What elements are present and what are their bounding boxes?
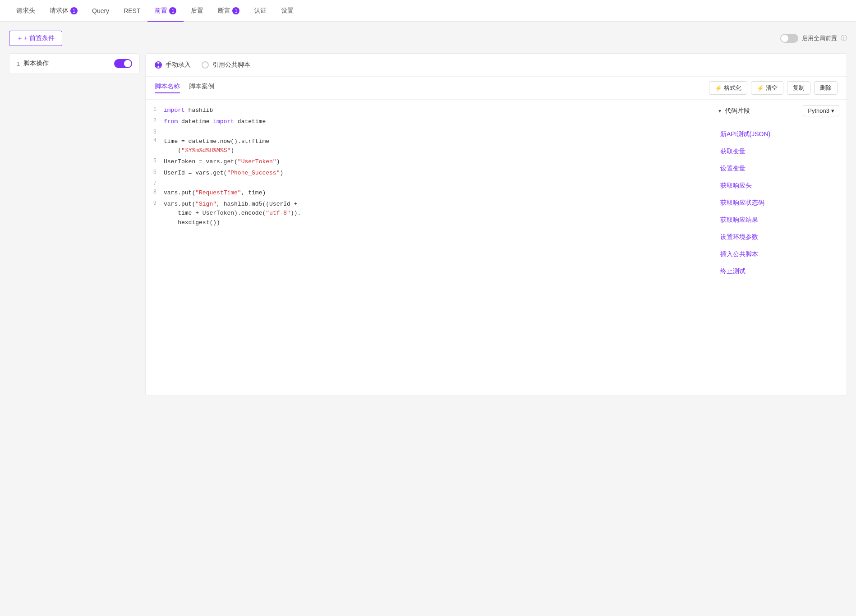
assertion-badge: 1 [232,7,239,14]
right-panel: 手动录入 引用公共脚本 脚本名称 脚本案例 ⚡ 格式化 [145,53,847,396]
script-tabs: 脚本名称 脚本案例 [155,83,704,93]
nav-item-assertion[interactable]: 断言 1 [211,0,247,22]
chevron-down-icon-lang: ▾ [831,107,834,114]
code-line-7: 7 [146,179,711,188]
code-line-9: 9 vars.put("Sign", hashlib.md5((UserId +… [146,199,711,229]
sidebar-toggle[interactable] [114,59,132,68]
radio-manual-circle [155,61,162,69]
tab-script-name[interactable]: 脚本名称 [155,83,180,93]
snippet-item-insert-script[interactable]: 插入公共脚本 [711,246,847,263]
chevron-down-icon[interactable]: ▾ [718,108,721,114]
plus-icon: ＋ [17,34,23,42]
code-line-4: 4 time = datetime.now().strftime ("%Y%m%… [146,136,711,157]
magic-icon-clear: ⚡ [757,85,764,92]
snippet-item-get-resp-result[interactable]: 获取响应结果 [711,211,847,229]
global-toggle-area: 启用全局前置 ⓘ [780,34,847,43]
top-nav: 请求头 请求体 1 Query REST 前置 1 后置 断言 1 认证 设置 [0,0,856,22]
radio-row: 手动录入 引用公共脚本 [146,54,847,77]
radio-manual-label: 手动录入 [166,61,191,69]
nav-item-auth[interactable]: 认证 [247,0,274,22]
snippet-header: ▾ 代码片段 Python3 ▾ [711,100,847,122]
language-select[interactable]: Python3 ▾ [803,105,839,116]
code-line-1: 1 import hashlib [146,105,711,116]
snippet-item-get-resp-header[interactable]: 获取响应头 [711,177,847,194]
nav-item-query[interactable]: Query [85,0,116,22]
delete-button[interactable]: 删除 [814,81,838,95]
snippet-item-get-resp-status[interactable]: 获取响应状态码 [711,194,847,211]
nav-item-request-header[interactable]: 请求头 [9,0,42,22]
clear-label: 清空 [766,84,778,92]
request-body-badge: 1 [70,7,78,14]
sidebar-item-number: 1 [17,60,20,67]
nav-item-request-body[interactable]: 请求体 1 [42,0,85,22]
sidebar: 1 脚本操作 [9,53,140,74]
tab-script-example[interactable]: 脚本案例 [189,83,214,93]
snippet-item-get-var[interactable]: 获取变量 [711,143,847,160]
nav-item-rest[interactable]: REST [116,0,147,22]
format-button[interactable]: ⚡ 格式化 [709,81,747,95]
magic-icon-format: ⚡ [715,85,722,92]
nav-item-post-condition[interactable]: 后置 [184,0,211,22]
nav-item-pre-condition[interactable]: 前置 1 [147,0,184,22]
script-toolbar: 脚本名称 脚本案例 ⚡ 格式化 ⚡ 清空 复制 [146,77,847,100]
add-condition-label: + 前置条件 [24,34,55,42]
clear-button[interactable]: ⚡ 清空 [751,81,783,95]
format-label: 格式化 [724,84,741,92]
radio-reference-circle [202,61,209,69]
radio-reference[interactable]: 引用公共脚本 [202,61,250,69]
main-content: ＋ + 前置条件 启用全局前置 ⓘ 1 脚本操作 [0,22,856,405]
snippet-item-set-var[interactable]: 设置变量 [711,160,847,177]
script-toolbar-buttons: ⚡ 格式化 ⚡ 清空 复制 删除 [709,81,838,95]
sidebar-script-item[interactable]: 1 脚本操作 [9,53,140,74]
snippet-list: 新API测试(JSON) 获取变量 设置变量 获取响应头 获取响应状态码 获取响… [711,122,847,284]
copy-label: 复制 [793,84,805,92]
body-layout: 1 脚本操作 手动录入 引用公共脚本 [9,53,847,396]
add-condition-button[interactable]: ＋ + 前置条件 [9,31,62,46]
nav-item-settings[interactable]: 设置 [274,0,301,22]
language-label: Python3 [808,107,829,114]
help-icon[interactable]: ⓘ [841,34,847,42]
global-toggle-label: 启用全局前置 [802,34,837,42]
snippet-title: 代码片段 [725,107,750,115]
snippet-item-terminate[interactable]: 终止测试 [711,263,847,280]
pre-condition-badge: 1 [169,7,176,14]
delete-label: 删除 [820,84,832,92]
code-area[interactable]: 1 import hashlib 2 from datetime import … [146,100,711,370]
code-line-3: 3 [146,128,711,136]
sidebar-item-left: 1 脚本操作 [17,60,49,68]
radio-manual[interactable]: 手动录入 [155,61,191,69]
snippet-panel: ▾ 代码片段 Python3 ▾ 新API测试(JSON) 获取变量 设置变量 … [711,100,847,370]
global-toggle[interactable] [780,34,798,43]
snippet-item-new-api[interactable]: 新API测试(JSON) [711,126,847,143]
copy-button[interactable]: 复制 [787,81,810,95]
code-line-8: 8 vars.put("RequestTime", time) [146,188,711,199]
radio-reference-label: 引用公共脚本 [212,61,250,69]
sidebar-item-label: 脚本操作 [23,60,49,68]
editor-container: 1 import hashlib 2 from datetime import … [146,100,847,370]
code-line-5: 5 UserToken = vars.get("UserToken") [146,156,711,168]
toolbar-row: ＋ + 前置条件 启用全局前置 ⓘ [9,31,847,46]
code-line-6: 6 UserId = vars.get("Phone_Success") [146,168,711,179]
code-line-2: 2 from datetime import datetime [146,116,711,128]
snippet-item-set-env[interactable]: 设置环境参数 [711,229,847,246]
